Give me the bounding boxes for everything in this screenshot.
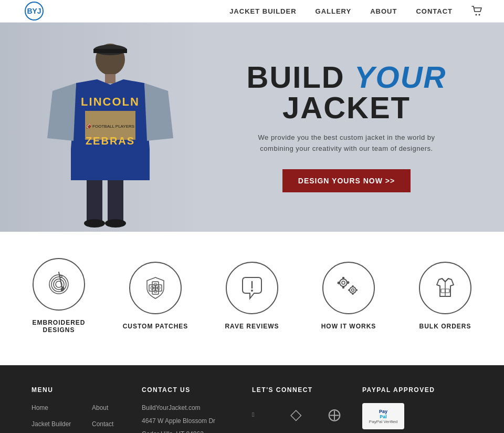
- svg-rect-14: [87, 180, 102, 222]
- nav-jacket-builder[interactable]: JACKET BUILDER: [229, 7, 296, 15]
- footer-columns: MENU Home About Jacket Builder Contact G…: [32, 386, 472, 433]
- footer-contact-title: CONTACT US: [142, 386, 252, 394]
- svg-rect-48: [355, 290, 358, 291]
- jacket-icon: [430, 273, 460, 303]
- svg-rect-15: [108, 180, 123, 222]
- svg-rect-8: [105, 74, 116, 84]
- footer-menu-col: MENU Home About Jacket Builder Contact G…: [32, 386, 142, 433]
- svg-rect-51: [441, 289, 445, 293]
- feature-how[interactable]: HOW IT WORKS: [307, 262, 391, 330]
- svg-text:ZEBRAS: ZEBRAS: [86, 135, 135, 147]
- patches-icon: [141, 273, 170, 303]
- svg-point-2: [476, 14, 477, 16]
- svg-text:🏈 FOOTBALL PLAYERS: 🏈 FOOTBALL PLAYERS: [86, 123, 134, 129]
- hero-content: BUILD YOUR JACKET We provide you the bes…: [200, 51, 504, 203]
- svg-point-44: [350, 287, 356, 293]
- footer-contact-col: CONTACT US BuildYourJacket.com 4647 W Ap…: [142, 386, 252, 433]
- reviews-icon: [237, 273, 267, 303]
- reviews-label: RAVE REVIEWS: [225, 323, 279, 330]
- footer-contact-address1: 4647 W Apple Blossom Dr: [142, 416, 252, 426]
- footer-contact-website: BuildYourJacket.com: [142, 403, 252, 413]
- svg-point-3: [479, 14, 480, 16]
- footer-connect-col: LET'S CONNECT  ◇ ⨁: [252, 386, 362, 433]
- footer-paypal-title: PAYPAL APPROVED: [362, 386, 472, 394]
- svg-rect-47: [352, 293, 354, 295]
- nav-gallery[interactable]: GALLERY: [316, 7, 352, 15]
- embroidered-label: EMBROIDERED DESIGNS: [17, 319, 101, 334]
- footer-paypal-col: PAYPAL APPROVED Pay Pal PayPal Verified: [362, 386, 472, 433]
- svg-point-37: [342, 281, 345, 284]
- pinterest-link[interactable]: ⨁: [328, 405, 362, 425]
- logo[interactable]: BYJ: [21, 0, 47, 23]
- cart-button[interactable]: [471, 6, 483, 16]
- hero-subtitle: We provide you the best custom jacket in…: [258, 132, 435, 154]
- how-icon-circle: [322, 262, 375, 314]
- patches-icon-circle: [129, 262, 182, 314]
- hero-title: BUILD YOUR JACKET: [210, 62, 483, 123]
- design-cta-button[interactable]: DESIGN YOURS NOW >>: [282, 169, 411, 192]
- svg-point-36: [340, 279, 347, 286]
- footer-link-contact[interactable]: Contact: [92, 419, 142, 429]
- how-label: HOW IT WORKS: [321, 323, 376, 330]
- footer-link-jacket-builder[interactable]: Jacket Builder: [32, 419, 81, 429]
- svg-point-16: [84, 219, 105, 228]
- cart-icon: [471, 6, 483, 16]
- social-icons-grid:  ◇ ⨁: [252, 403, 362, 433]
- embroidered-icon-circle: [33, 258, 85, 311]
- svg-point-22: [49, 275, 68, 294]
- svg-rect-46: [352, 285, 354, 287]
- features-section: EMBROIDERED DESIGNS CUSTOM PATCHES: [0, 232, 504, 365]
- feature-bulk[interactable]: BULK ORDERS: [403, 262, 487, 330]
- svg-rect-13: [71, 149, 150, 180]
- svg-point-35: [251, 290, 253, 292]
- feature-reviews[interactable]: RAVE REVIEWS: [210, 262, 294, 330]
- svg-rect-49: [348, 290, 350, 291]
- patches-label: CUSTOM PATCHES: [123, 323, 188, 330]
- footer-contact-address2: Cedar Hills, UT 84062: [142, 429, 252, 433]
- svg-text:BYJ: BYJ: [27, 7, 41, 15]
- feature-patches[interactable]: CUSTOM PATCHES: [113, 262, 197, 330]
- facebook-link[interactable]: ◇: [290, 403, 324, 427]
- footer-link-about[interactable]: About: [92, 403, 142, 413]
- nav-contact[interactable]: CONTACT: [416, 7, 453, 15]
- hero-section: LINCOLN 🏈 FOOTBALL PLAYERS ZEBRAS BUILD …: [0, 23, 504, 232]
- bulk-icon-circle: [419, 262, 471, 314]
- needle-icon: [44, 270, 74, 299]
- feature-embroidered[interactable]: EMBROIDERED DESIGNS: [17, 258, 101, 334]
- svg-point-17: [105, 219, 126, 228]
- svg-rect-7: [93, 49, 127, 53]
- main-nav: JACKET BUILDER GALLERY ABOUT CONTACT: [229, 6, 483, 16]
- logo-icon: BYJ: [24, 2, 45, 20]
- footer-menu-links: Home About Jacket Builder Contact Galler…: [32, 403, 142, 433]
- nav-about[interactable]: ABOUT: [370, 7, 397, 15]
- hero-jacket-image: LINCOLN 🏈 FOOTBALL PLAYERS ZEBRAS: [0, 23, 200, 232]
- svg-text:LINCOLN: LINCOLN: [81, 95, 140, 108]
- bulk-label: BULK ORDERS: [419, 323, 471, 330]
- header: BYJ JACKET BUILDER GALLERY ABOUT CONTACT: [0, 0, 504, 23]
- reviews-icon-circle: [226, 262, 278, 314]
- paypal-badge[interactable]: Pay Pal PayPal Verified: [362, 403, 404, 429]
- svg-rect-52: [445, 289, 449, 293]
- svg-point-45: [352, 289, 354, 292]
- footer-link-home[interactable]: Home: [32, 403, 81, 413]
- footer-connect-title: LET'S CONNECT: [252, 386, 362, 394]
- svg-rect-38: [342, 277, 344, 280]
- footer: MENU Home About Jacket Builder Contact G…: [0, 365, 504, 433]
- svg-point-25: [60, 275, 62, 277]
- svg-rect-39: [342, 286, 344, 288]
- twitter-link[interactable]: : [252, 410, 286, 420]
- gears-icon: [334, 273, 363, 303]
- footer-menu-title: MENU: [32, 386, 142, 394]
